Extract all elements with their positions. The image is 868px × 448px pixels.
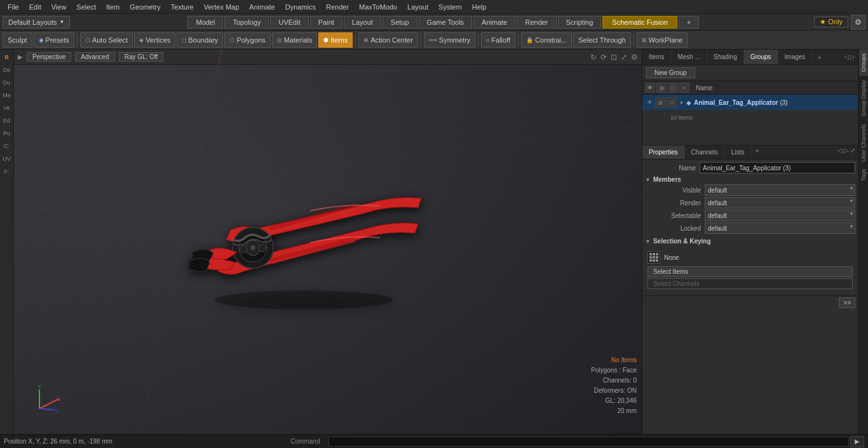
- group-select-icon[interactable]: □: [667, 97, 677, 107]
- tab-uvedit[interactable]: UVEdit: [270, 16, 308, 29]
- prop-name-input[interactable]: [700, 162, 855, 173]
- constraints-button[interactable]: 🔒 Constrai...: [521, 32, 572, 48]
- prop-icon-1[interactable]: ◁: [837, 147, 843, 154]
- viewport-expand-icon[interactable]: ⤢: [621, 53, 627, 62]
- polygons-button[interactable]: ⬠ Polygons: [224, 32, 270, 48]
- rp-tab-items[interactable]: Items: [642, 50, 671, 64]
- prop-tab-add[interactable]: +: [751, 146, 763, 159]
- items-button[interactable]: ⬟ Items: [318, 32, 353, 48]
- tab-layout[interactable]: Layout: [344, 16, 381, 29]
- sidebar-icon-1[interactable]: B: [1, 51, 13, 63]
- menu-edit[interactable]: Edit: [24, 2, 46, 12]
- group-eye-btn[interactable]: 👁: [645, 83, 655, 93]
- vtab-tags[interactable]: Tags: [859, 165, 868, 185]
- sidebar-icon-f[interactable]: F:: [1, 166, 13, 177]
- group-render-btn[interactable]: ◎: [656, 83, 667, 93]
- menu-texture[interactable]: Texture: [166, 2, 199, 12]
- prop-bottom-arrow-btn[interactable]: >>: [839, 297, 855, 308]
- menu-help[interactable]: Help: [467, 2, 492, 12]
- menu-geometry[interactable]: Geometry: [125, 2, 165, 12]
- members-arrow-icon[interactable]: ▼: [645, 177, 651, 183]
- vtab-groups[interactable]: Groups: [859, 50, 868, 76]
- prop-tab-lists[interactable]: Lists: [725, 146, 752, 159]
- tab-scripting[interactable]: Scripting: [558, 16, 602, 29]
- group-add-btn[interactable]: +: [679, 83, 689, 93]
- rp-expand-icon[interactable]: ▷: [850, 53, 855, 60]
- command-input[interactable]: [329, 437, 849, 447]
- prop-tab-properties[interactable]: Properties: [642, 146, 685, 159]
- sidebar-icon-vert[interactable]: Ve: [1, 102, 13, 114]
- select-channels-button[interactable]: Select Channels: [648, 278, 853, 289]
- sidebar-icon-c[interactable]: C:: [1, 140, 13, 152]
- visible-select[interactable]: defaultyesno: [705, 184, 855, 196]
- viewport-rotate-icon[interactable]: ↻: [590, 53, 597, 62]
- rp-tab-groups[interactable]: Groups: [744, 50, 778, 64]
- sidebar-icon-uv[interactable]: UV: [1, 153, 13, 165]
- tab-schematic-fusion[interactable]: Schematic Fusion: [602, 16, 677, 29]
- ray-gl-button[interactable]: Ray GL: Off: [119, 52, 164, 62]
- keying-grid-icon[interactable]: [648, 251, 660, 264]
- menu-view[interactable]: View: [46, 2, 72, 12]
- rp-tab-add[interactable]: +: [812, 50, 826, 64]
- vertices-button[interactable]: ◈ Vertices: [134, 32, 175, 48]
- menu-animate[interactable]: Animate: [244, 2, 280, 12]
- rp-collapse-icon[interactable]: ◁: [844, 53, 849, 60]
- action-center-button[interactable]: ⊕ Action Center: [358, 32, 418, 48]
- tab-setup[interactable]: Setup: [383, 16, 417, 29]
- falloff-button[interactable]: ⌾ Falloff: [481, 32, 515, 48]
- tab-topology[interactable]: Topology: [224, 16, 269, 29]
- menu-maxtomodo[interactable]: MaxToModo: [354, 2, 402, 12]
- select-through-button[interactable]: Select Through: [573, 32, 630, 48]
- perspective-button[interactable]: Perspective: [27, 52, 71, 62]
- viewport-reset-icon[interactable]: ⟳: [600, 53, 607, 62]
- viewport-frame-icon[interactable]: ⊡: [611, 53, 617, 62]
- sidebar-icon-dup[interactable]: Du: [1, 77, 13, 88]
- tab-animate[interactable]: Animate: [473, 16, 515, 29]
- group-visibility-icon[interactable]: 👁: [645, 98, 654, 107]
- tab-add[interactable]: +: [679, 16, 699, 29]
- rp-tab-images[interactable]: Images: [778, 50, 813, 64]
- vtab-user-channels[interactable]: User Channels: [859, 120, 868, 166]
- menu-vertex-map[interactable]: Vertex Map: [199, 2, 245, 12]
- tab-paint[interactable]: Paint: [310, 16, 342, 29]
- prop-icon-2[interactable]: ▷: [844, 147, 849, 154]
- menu-layout[interactable]: Layout: [402, 2, 433, 12]
- boundary-button[interactable]: ◻ Boundary: [177, 32, 223, 48]
- new-group-button[interactable]: New Group: [646, 67, 695, 78]
- materials-button[interactable]: ◎ Materials: [272, 32, 318, 48]
- menu-dynamics[interactable]: Dynamics: [280, 2, 321, 12]
- render-select[interactable]: defaultyesno: [705, 197, 855, 208]
- menu-file[interactable]: File: [3, 2, 24, 12]
- layout-dropdown[interactable]: Default Layouts ▼: [3, 16, 70, 29]
- prop-tab-channels[interactable]: Channels: [685, 146, 725, 159]
- sidebar-icon-mesh[interactable]: Me: [1, 90, 13, 101]
- rp-tab-mesh[interactable]: Mesh ...: [671, 50, 707, 64]
- sidebar-icon-deform[interactable]: De: [1, 64, 13, 76]
- star-only-button[interactable]: ★ Only: [814, 17, 848, 27]
- sel-keying-arrow-icon[interactable]: ▼: [645, 238, 651, 245]
- menu-item[interactable]: Item: [101, 2, 125, 12]
- selectable-select[interactable]: defaultyesno: [705, 210, 855, 221]
- viewport-canvas[interactable]: No Items Polygons : Face Channels: 0 Def…: [14, 65, 642, 434]
- sidebar-icon-poly[interactable]: Po: [1, 128, 13, 139]
- tab-model[interactable]: Model: [187, 16, 223, 29]
- viewport[interactable]: ▶ Perspective Advanced Ray GL: Off ↻ ⟳ ⊡…: [14, 50, 642, 434]
- group-expand-icon[interactable]: ▸: [681, 99, 684, 105]
- command-run-button[interactable]: ▶: [850, 436, 864, 447]
- advanced-button[interactable]: Advanced: [75, 52, 114, 62]
- viewport-settings-icon[interactable]: ⚙: [631, 53, 638, 62]
- settings-icon-btn[interactable]: ⚙: [851, 15, 865, 30]
- sculpt-button[interactable]: Sculpt: [3, 32, 32, 48]
- sidebar-icon-edit[interactable]: Ed: [1, 115, 13, 126]
- auto-select-button[interactable]: ⬡ Auto Select: [80, 32, 133, 48]
- group-lock-btn[interactable]: □: [668, 83, 678, 93]
- workplane-button[interactable]: ⊞ WorkPlane: [637, 32, 688, 48]
- vtab-group-display[interactable]: Group Display: [859, 76, 868, 120]
- menu-select[interactable]: Select: [71, 2, 101, 12]
- prop-icon-3[interactable]: ⤢: [850, 147, 855, 154]
- presets-button[interactable]: ◉ Presets: [34, 32, 74, 48]
- locked-select[interactable]: defaultyesno: [705, 222, 855, 234]
- tab-game-tools[interactable]: Game Tools: [419, 16, 473, 29]
- select-items-button[interactable]: Select Items: [648, 266, 853, 277]
- group-render-icon[interactable]: ◎: [655, 97, 665, 107]
